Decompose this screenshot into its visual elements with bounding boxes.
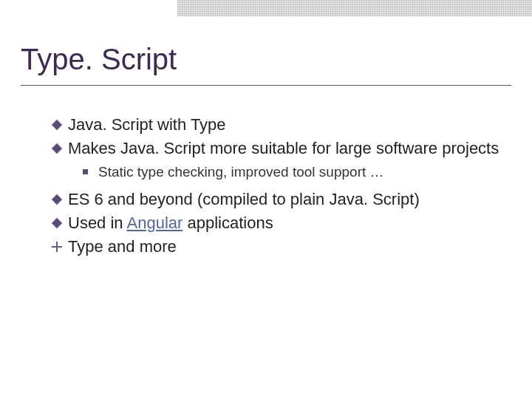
diamond-bullet-icon <box>52 218 63 229</box>
sub-list-item: Static type checking, improved tool supp… <box>83 163 502 182</box>
text-pre: Used in <box>68 214 127 232</box>
slide-title: Type. Script <box>21 43 511 83</box>
list-item: ES 6 and beyond (compiled to plain Java.… <box>52 189 502 210</box>
title-block: Type. Script <box>21 43 511 86</box>
plus-bullet-icon <box>52 242 62 252</box>
list-item-text: Java. Script with Type <box>68 115 226 135</box>
list-item-text: ES 6 and beyond (compiled to plain Java.… <box>68 189 420 210</box>
list-item-text: Makes Java. Script more suitable for lar… <box>68 138 499 159</box>
list-item: Used in Angular applications <box>52 213 502 233</box>
list-item: Makes Java. Script more suitable for lar… <box>52 138 502 159</box>
angular-link[interactable]: Angular <box>127 214 183 232</box>
square-bullet-icon <box>83 169 88 174</box>
content-area: Java. Script with Type Makes Java. Scrip… <box>52 115 502 260</box>
list-item-text: Used in Angular applications <box>68 213 273 233</box>
text-post: applications <box>183 214 273 232</box>
diamond-bullet-icon <box>52 143 63 154</box>
list-item: Java. Script with Type <box>52 115 502 135</box>
list-item-text: Type and more <box>68 236 177 257</box>
header-stripe <box>177 0 532 16</box>
diamond-bullet-icon <box>52 194 63 205</box>
list-item: Type and more <box>52 236 502 257</box>
title-underline <box>21 85 511 86</box>
sub-list-item-text: Static type checking, improved tool supp… <box>98 163 384 182</box>
diamond-bullet-icon <box>52 120 63 131</box>
